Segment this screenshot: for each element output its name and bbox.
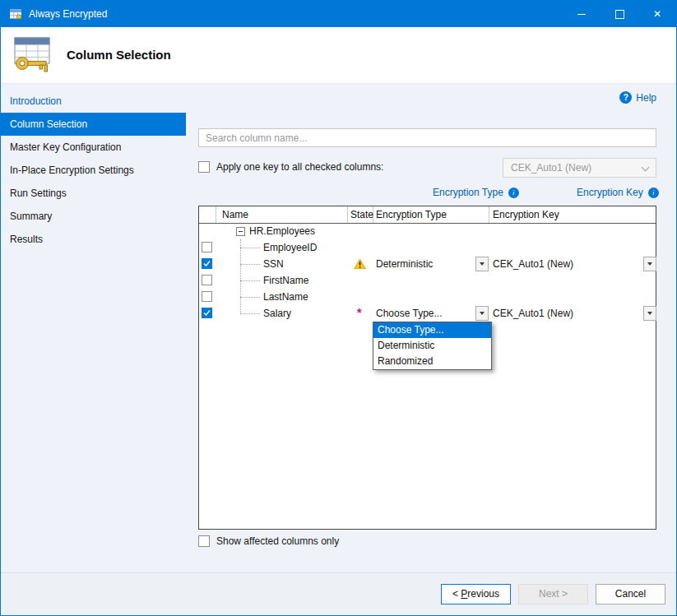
table-group-label: HR.Employees [249, 225, 315, 237]
page-title: Column Selection [67, 48, 171, 62]
column-divider [347, 206, 348, 223]
maximize-button[interactable] [600, 1, 638, 27]
columns-grid: Name State Encryption Type Encryption Ke… [198, 206, 656, 530]
minimize-button[interactable] [563, 1, 600, 27]
checkbox-salary[interactable] [202, 308, 212, 318]
grid-header: Name State Encryption Type Encryption Ke… [199, 206, 656, 224]
checkbox-employeeid[interactable] [202, 242, 212, 252]
search-column-input[interactable] [198, 128, 656, 147]
footer-bar: < Previous Next > Cancel [1, 572, 676, 615]
app-icon [9, 7, 22, 21]
sidebar-item-results[interactable]: Results [1, 228, 186, 251]
required-asterisk-icon: * [357, 306, 361, 319]
column-name: FirstName [263, 275, 308, 286]
close-button[interactable]: ✕ [638, 1, 676, 27]
help-label: Help [636, 92, 656, 104]
caret-down-icon [480, 262, 485, 266]
show-affected-checkbox[interactable] [198, 535, 210, 547]
maximize-icon [615, 10, 624, 19]
sidebar-item-column-selection[interactable]: Column Selection [1, 113, 186, 136]
encryption-type-dropdown-button[interactable] [475, 257, 489, 271]
apply-one-key-row: Apply one key to all checked columns: [198, 161, 383, 173]
page-header: Column Selection [1, 27, 676, 84]
warning-icon [354, 258, 366, 272]
check-icon [203, 309, 211, 317]
encryption-key-value[interactable]: CEK_Auto1 (New) [493, 308, 573, 319]
chevron-down-icon [642, 164, 650, 172]
sidebar-item-introduction[interactable]: Introduction [1, 90, 186, 113]
checkbox-ssn[interactable] [202, 258, 212, 269]
help-icon: ? [619, 91, 632, 104]
encryption-key-dropdown-button[interactable] [643, 306, 656, 321]
always-encrypted-wizard-window: Always Encrypted ✕ Column Selection Intr… [0, 0, 677, 616]
wizard-steps-sidebar: Introduction Column Selection Master Key… [1, 84, 186, 615]
header-state: State [350, 209, 373, 220]
sidebar-item-master-key-configuration[interactable]: Master Key Configuration [1, 136, 186, 159]
cancel-button[interactable]: Cancel [596, 584, 665, 604]
column-divider [216, 206, 216, 223]
encryption-type-value[interactable]: Deterministic [376, 258, 433, 270]
column-divider [489, 206, 489, 223]
collapse-expander-icon[interactable] [236, 227, 245, 236]
column-selection-table-key-icon [12, 35, 54, 75]
main-content: ? Help Apply one key to all checked colu… [186, 84, 676, 572]
header-encryption-type: Encryption Type [376, 209, 447, 220]
encryption-type-value[interactable]: Choose Type... [376, 308, 443, 319]
checkbox-lastname[interactable] [202, 291, 212, 302]
table-row-ssn[interactable]: SSN Deterministic CEK_Auto1 (New) [199, 256, 656, 272]
cek-key-select-value: CEK_Auto1 (New) [511, 162, 591, 174]
caret-down-icon [647, 262, 652, 266]
table-row-firstname[interactable]: FirstName [199, 272, 656, 289]
apply-one-key-checkbox[interactable] [198, 161, 210, 173]
header-name: Name [222, 209, 248, 220]
encryption-key-value[interactable]: CEK_Auto1 (New) [493, 258, 573, 270]
encryption-type-info-icon[interactable]: i [508, 188, 519, 198]
caret-down-icon [480, 312, 485, 315]
encryption-key-dropdown-button[interactable] [643, 257, 656, 271]
encryption-type-dropdown-button[interactable] [475, 306, 489, 321]
next-button[interactable]: Next > [518, 584, 588, 604]
header-encryption-key: Encryption Key [493, 209, 559, 220]
show-affected-label: Show affected columns only [216, 535, 339, 547]
listbox-option-deterministic[interactable]: Deterministic [373, 338, 491, 354]
encryption-key-link[interactable]: Encryption Key i [577, 187, 659, 198]
table-row-employeeid[interactable]: EmployeeID [199, 239, 656, 256]
close-icon: ✕ [653, 8, 661, 20]
column-name: SSN [263, 258, 284, 270]
encryption-key-link-label: Encryption Key [577, 187, 643, 198]
show-affected-row: Show affected columns only [198, 535, 339, 547]
table-group-row[interactable]: HR.Employees [199, 223, 656, 239]
title-bar: Always Encrypted ✕ [1, 1, 676, 27]
cek-key-select[interactable]: CEK_Auto1 (New) [503, 158, 656, 178]
listbox-option-randomized[interactable]: Randomized [373, 354, 491, 369]
column-name: LastName [263, 291, 308, 303]
sidebar-item-summary[interactable]: Summary [1, 205, 186, 228]
apply-one-key-label: Apply one key to all checked columns: [216, 161, 383, 173]
minimize-icon [577, 14, 586, 15]
checkbox-firstname[interactable] [202, 275, 212, 285]
encryption-type-listbox: Choose Type... Deterministic Randomized [373, 322, 492, 370]
help-link[interactable]: ? Help [619, 91, 656, 104]
encryption-key-info-icon[interactable]: i [648, 188, 659, 198]
column-name: EmployeeID [263, 242, 317, 253]
sidebar-item-in-place-encryption-settings[interactable]: In-Place Encryption Settings [1, 159, 186, 182]
window-title: Always Encrypted [29, 8, 107, 20]
caret-down-icon [647, 312, 652, 315]
previous-button[interactable]: < Previous [441, 584, 511, 604]
column-name: Salary [263, 308, 291, 319]
listbox-option-choose-type[interactable]: Choose Type... [373, 322, 491, 338]
encryption-type-link-label: Encryption Type [433, 187, 503, 198]
table-row-lastname[interactable]: LastName [199, 289, 656, 305]
window-controls: ✕ [563, 1, 676, 27]
encryption-type-link[interactable]: Encryption Type i [433, 187, 519, 198]
check-icon [203, 260, 211, 267]
sidebar-item-run-settings[interactable]: Run Settings [1, 182, 186, 205]
table-row-salary[interactable]: Salary * Choose Type... CEK_Auto1 (New) [199, 305, 656, 322]
